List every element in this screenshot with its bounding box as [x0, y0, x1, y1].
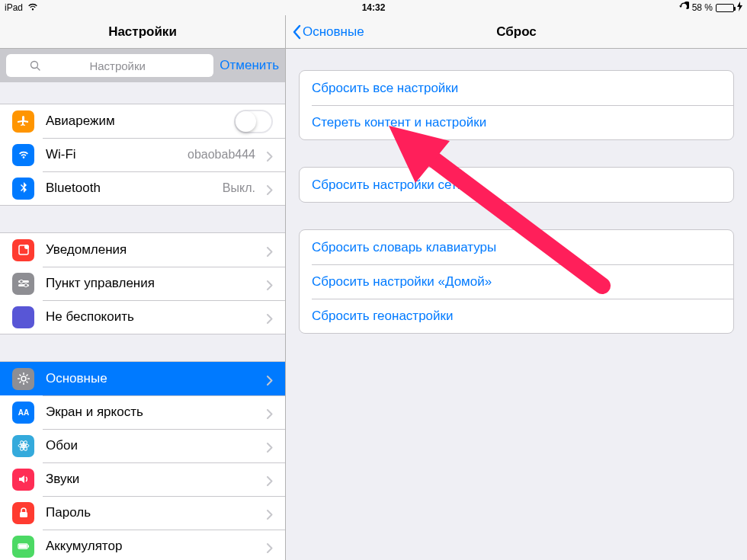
wallpaper-icon [12, 435, 34, 457]
battery-icon [12, 536, 34, 558]
reset-option-label: Сбросить геонастройки [312, 309, 454, 324]
clock: 14:32 [362, 2, 386, 13]
sidebar-item-display[interactable]: AAЭкран и яркость [0, 395, 285, 429]
controlcenter-icon [12, 273, 34, 295]
sidebar-item-battery[interactable]: Аккумулятор [0, 530, 285, 560]
chevron-right-icon [267, 150, 273, 160]
gear-icon [12, 368, 34, 390]
reset-option[interactable]: Стереть контент и настройки [300, 105, 733, 139]
svg-point-3 [24, 245, 29, 249]
search-cancel-button[interactable]: Отменить [220, 58, 279, 73]
sidebar-item-dnd[interactable]: Не беспокоить [0, 300, 285, 334]
sidebar-item-label: Звуки [46, 472, 255, 487]
chevron-right-icon [267, 374, 273, 384]
chevron-right-icon [267, 441, 273, 451]
sidebar-item-controlcenter[interactable]: Пункт управления [0, 267, 285, 300]
airplane-icon [12, 110, 34, 133]
sidebar-item-sounds[interactable]: Звуки [0, 462, 285, 496]
chevron-right-icon [267, 184, 273, 194]
chevron-right-icon [267, 279, 273, 289]
reset-option-label: Сбросить все настройки [312, 81, 458, 96]
chevron-right-icon [267, 475, 273, 485]
search-icon [30, 60, 40, 71]
notifications-icon [12, 239, 34, 261]
sounds-icon [12, 469, 34, 491]
reset-option[interactable]: Сбросить словарь клавиатуры [300, 230, 733, 264]
back-button[interactable]: Основные [286, 24, 364, 40]
wifi-status-icon [27, 2, 38, 14]
bluetooth-icon [12, 178, 34, 200]
reset-option-label: Сбросить настройки «Домой» [312, 274, 492, 290]
svg-point-18 [22, 444, 25, 447]
chevron-right-icon [267, 408, 273, 418]
svg-point-6 [19, 280, 22, 283]
sidebar-list: АвиарежимWi-Fiobaobab444BluetoothВыкл.Ув… [0, 82, 285, 560]
reset-option[interactable]: Сбросить все настройки [300, 71, 733, 105]
reset-option-label: Сбросить настройки сети [312, 178, 464, 193]
sidebar-item-label: Пункт управления [46, 276, 255, 291]
sidebar-item-label: Wi-Fi [46, 147, 176, 162]
svg-rect-22 [20, 512, 27, 517]
sidebar: Настройки Отменить АвиарежимWi-Fiobaobab… [0, 15, 286, 560]
battery-icon [716, 4, 734, 12]
search-field[interactable] [6, 54, 213, 77]
reset-option[interactable]: Сбросить настройки сети [300, 168, 733, 202]
sidebar-item-notifications[interactable]: Уведомления [0, 233, 285, 267]
lock-icon [12, 502, 34, 524]
moon-icon [12, 306, 34, 328]
toggle-airplane[interactable] [234, 110, 273, 133]
reset-option-label: Стереть контент и настройки [312, 115, 486, 130]
svg-line-15 [19, 382, 21, 383]
svg-line-13 [19, 375, 21, 376]
svg-line-14 [26, 382, 27, 383]
status-bar: iPad 14:32 58 % [0, 0, 747, 15]
sidebar-item-label: Пароль [46, 505, 255, 520]
reset-option[interactable]: Сбросить геонастройки [300, 299, 733, 333]
back-label: Основные [303, 24, 364, 40]
sidebar-item-label: Обои [46, 438, 255, 453]
chevron-right-icon [267, 245, 273, 255]
display-icon: AA [12, 402, 34, 424]
battery-percent: 58 % [692, 2, 713, 13]
sidebar-item-wallpaper[interactable]: Обои [0, 429, 285, 462]
wifi-icon [12, 144, 34, 166]
chevron-right-icon [267, 542, 273, 552]
svg-line-1 [37, 68, 40, 71]
svg-point-8 [21, 376, 26, 381]
svg-text:AA: AA [18, 408, 28, 417]
detail-navbar: Основные Сброс [286, 15, 747, 49]
sidebar-item-value: obaobab444 [188, 148, 255, 162]
svg-point-7 [24, 283, 27, 286]
charging-icon [737, 2, 742, 14]
sidebar-item-wifi[interactable]: Wi-Fiobaobab444 [0, 138, 285, 171]
sidebar-item-passcode[interactable]: Пароль [0, 496, 285, 530]
svg-rect-25 [19, 545, 27, 548]
sidebar-item-label: Аккумулятор [46, 539, 255, 554]
sidebar-item-bluetooth[interactable]: BluetoothВыкл. [0, 171, 285, 205]
chevron-right-icon [267, 508, 273, 518]
search-input[interactable] [45, 59, 190, 72]
sidebar-item-airplane[interactable]: Авиарежим [0, 104, 285, 138]
sidebar-navbar: Настройки [0, 15, 285, 49]
detail-pane: Основные Сброс Сбросить все настройкиСте… [286, 15, 747, 560]
sidebar-item-label: Bluetooth [46, 181, 211, 196]
chevron-left-icon [292, 24, 301, 40]
svg-rect-24 [27, 546, 29, 548]
sync-icon [679, 2, 689, 14]
sidebar-title: Настройки [0, 24, 285, 40]
sidebar-item-label: Основные [46, 371, 255, 386]
sidebar-item-value: Выкл. [223, 181, 255, 195]
reset-option[interactable]: Сбросить настройки «Домой» [300, 264, 733, 299]
chevron-right-icon [267, 312, 273, 322]
device-name: iPad [5, 2, 23, 13]
sidebar-item-label: Уведомления [46, 242, 255, 258]
sidebar-item-label: Экран и яркость [46, 405, 255, 420]
sidebar-item-label: Не беспокоить [46, 309, 255, 325]
sidebar-item-label: Авиарежим [46, 114, 223, 129]
svg-line-16 [26, 375, 27, 376]
sidebar-item-general[interactable]: Основные [0, 362, 285, 395]
reset-option-label: Сбросить словарь клавиатуры [312, 240, 496, 255]
search-row: Отменить [0, 49, 285, 82]
